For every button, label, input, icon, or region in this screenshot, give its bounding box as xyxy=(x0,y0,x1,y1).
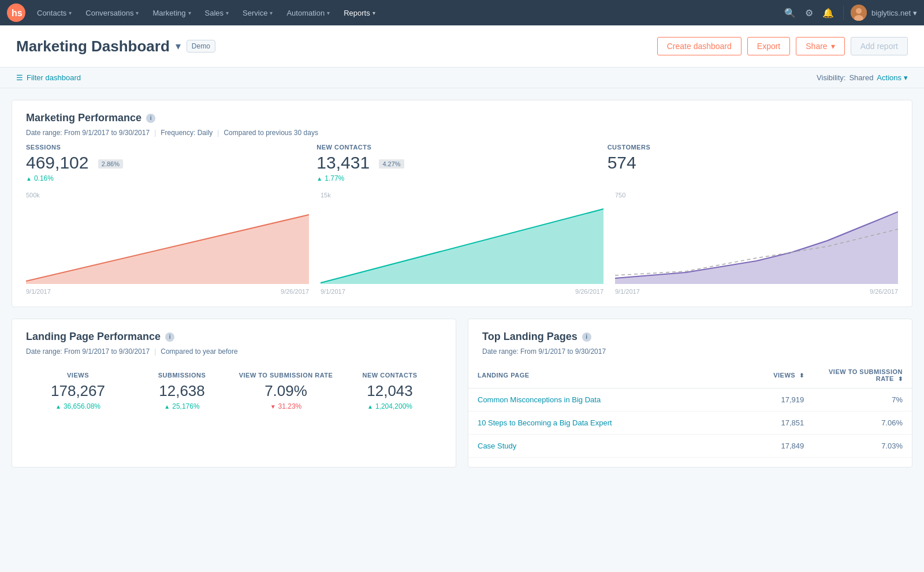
lp-new-contacts-metric: NEW CONTACTS 12,043 ▲ 1,204,200% xyxy=(338,372,442,410)
svg-point-3 xyxy=(856,8,862,14)
nav-contacts[interactable]: Contacts ▾ xyxy=(30,0,79,25)
chevron-down-icon: ▾ xyxy=(226,10,229,16)
sessions-metric: SESSIONS 469,102 2.86% ▲ 0.16% xyxy=(26,144,316,182)
lp-card-header: Landing Page Performance i Date range: F… xyxy=(12,319,456,362)
nav-items: Contacts ▾ Conversations ▾ Marketing ▾ S… xyxy=(30,0,782,25)
add-report-button: Add report xyxy=(851,37,908,55)
create-dashboard-button[interactable]: Create dashboard xyxy=(657,37,742,55)
chevron-down-icon: ▾ xyxy=(327,10,330,16)
nav-service[interactable]: Service ▾ xyxy=(236,0,280,25)
card-header: Marketing Performance i Date range: From… xyxy=(12,100,912,144)
tlp-card-title: Top Landing Pages i xyxy=(482,331,898,343)
lp-submissions-metric: SUBMISSIONS 12,638 ▲ 25,176% xyxy=(130,372,234,410)
nav-right-actions: 🔍 ⚙ 🔔 biglytics.net ▾ xyxy=(782,5,917,21)
chevron-down-icon: ▾ xyxy=(904,73,908,82)
customers-metric: CUSTOMERS 574 xyxy=(608,144,898,182)
nav-divider xyxy=(843,6,844,20)
filter-dashboard-link[interactable]: ☰ Filter dashboard xyxy=(16,73,81,82)
lp-views-metric: VIEWS 178,267 ▲ 36,656.08% xyxy=(26,372,130,410)
header-actions: Create dashboard Export Share ▾ Add repo… xyxy=(657,37,908,55)
down-arrow-icon: ▼ xyxy=(270,403,276,410)
table-row: Case Study 17,849 7.03% xyxy=(468,435,912,458)
card-meta: Date range: From 9/1/2017 to 9/30/2017 |… xyxy=(26,129,898,137)
export-button[interactable]: Export xyxy=(747,37,790,55)
lp-card-title: Landing Page Performance i xyxy=(26,331,442,343)
card-title: Marketing Performance i xyxy=(26,112,898,124)
svg-marker-7 xyxy=(615,212,898,284)
sessions-chart: 500k 9/1/2017 9/26/2017 xyxy=(26,192,309,295)
settings-icon[interactable]: ⚙ xyxy=(803,5,815,21)
account-name[interactable]: biglytics.net ▾ xyxy=(871,9,917,17)
title-dropdown-icon[interactable]: ▾ xyxy=(176,40,181,53)
up-arrow-icon: ▲ xyxy=(26,175,32,182)
chevron-down-icon: ▾ xyxy=(188,10,191,16)
lp-metrics: VIEWS 178,267 ▲ 36,656.08% SUBMISSIONS 1… xyxy=(12,362,456,420)
page-title: Marketing Dashboard xyxy=(16,38,170,55)
charts-row: 500k 9/1/2017 9/26/2017 15k 9/1/20 xyxy=(12,192,912,306)
page-header: Marketing Dashboard ▾ Demo Create dashbo… xyxy=(0,25,924,68)
notifications-icon[interactable]: 🔔 xyxy=(820,5,836,21)
up-arrow-icon: ▲ xyxy=(164,403,170,410)
new-contacts-chart: 15k 9/1/2017 9/26/2017 xyxy=(321,192,603,295)
landing-pages-table: LANDING PAGE VIEWS ⬍ VIEW TO SUBMISSION … xyxy=(468,362,912,458)
title-area: Marketing Dashboard ▾ Demo xyxy=(16,38,657,55)
landing-page-performance-card: Landing Page Performance i Date range: F… xyxy=(12,319,456,468)
filter-bar: ☰ Filter dashboard Visibility: Shared Ac… xyxy=(0,68,924,88)
info-icon[interactable]: i xyxy=(582,332,591,342)
table-row: 10 Steps to Becoming a Big Data Expert 1… xyxy=(468,412,912,435)
chevron-down-icon: ▾ xyxy=(372,10,375,16)
search-icon[interactable]: 🔍 xyxy=(782,5,798,21)
landing-pages-table-container: LANDING PAGE VIEWS ⬍ VIEW TO SUBMISSION … xyxy=(468,362,912,467)
col-view-to-submission-rate[interactable]: VIEW TO SUBMISSION RATE ⬍ xyxy=(813,362,912,388)
info-icon[interactable]: i xyxy=(165,332,174,342)
top-navigation: hs Contacts ▾ Conversations ▾ Marketing … xyxy=(0,0,924,25)
nav-conversations[interactable]: Conversations ▾ xyxy=(79,0,146,25)
tlp-card-header: Top Landing Pages i Date range: From 9/1… xyxy=(468,319,912,362)
chevron-down-icon: ▾ xyxy=(913,9,917,17)
chevron-down-icon: ▾ xyxy=(136,10,139,16)
col-views[interactable]: VIEWS ⬍ xyxy=(729,362,813,388)
avatar[interactable] xyxy=(851,5,867,21)
svg-text:hs: hs xyxy=(12,8,23,18)
info-icon[interactable]: i xyxy=(146,114,155,123)
up-arrow-icon: ▲ xyxy=(367,403,373,410)
new-contacts-metric: NEW CONTACTS 13,431 4.27% ▲ 1.77% xyxy=(316,144,607,182)
sort-icon: ⬍ xyxy=(898,376,903,382)
main-content: Marketing Performance i Date range: From… xyxy=(0,88,924,491)
chevron-down-icon: ▾ xyxy=(270,10,273,16)
table-row: Common Misconceptions in Big Data 17,919… xyxy=(468,388,912,412)
visibility-area: Visibility: Shared Actions ▾ xyxy=(817,73,908,82)
nav-sales[interactable]: Sales ▾ xyxy=(198,0,236,25)
marketing-performance-card: Marketing Performance i Date range: From… xyxy=(12,100,912,307)
chevron-down-icon: ▾ xyxy=(69,10,72,16)
lp-card-meta: Date range: From 9/1/2017 to 9/30/2017 |… xyxy=(26,347,442,356)
chevron-down-icon: ▾ xyxy=(831,42,835,51)
nav-reports[interactable]: Reports ▾ xyxy=(337,0,382,25)
up-arrow-icon: ▲ xyxy=(55,403,61,410)
metrics-row: SESSIONS 469,102 2.86% ▲ 0.16% NEW CONTA… xyxy=(12,144,912,192)
top-landing-pages-card: Top Landing Pages i Date range: From 9/1… xyxy=(468,319,912,468)
bottom-grid: Landing Page Performance i Date range: F… xyxy=(12,319,912,479)
hubspot-logo[interactable]: hs xyxy=(7,3,25,22)
demo-badge: Demo xyxy=(187,40,215,53)
col-landing-page[interactable]: LANDING PAGE xyxy=(468,362,729,388)
share-button[interactable]: Share ▾ xyxy=(796,37,844,55)
customers-chart: 750 9/1/2017 9/26/2017 xyxy=(615,192,898,295)
filter-icon: ☰ xyxy=(16,73,23,82)
tlp-card-meta: Date range: From 9/1/2017 to 9/30/2017 xyxy=(482,347,898,356)
nav-marketing[interactable]: Marketing ▾ xyxy=(146,0,198,25)
up-arrow-icon: ▲ xyxy=(316,175,322,182)
lp-view-submission-rate-metric: VIEW TO SUBMISSION RATE 7.09% ▼ 31.23% xyxy=(234,372,338,410)
nav-automation[interactable]: Automation ▾ xyxy=(280,0,337,25)
actions-button[interactable]: Actions ▾ xyxy=(877,73,908,82)
sort-icon: ⬍ xyxy=(799,372,804,379)
